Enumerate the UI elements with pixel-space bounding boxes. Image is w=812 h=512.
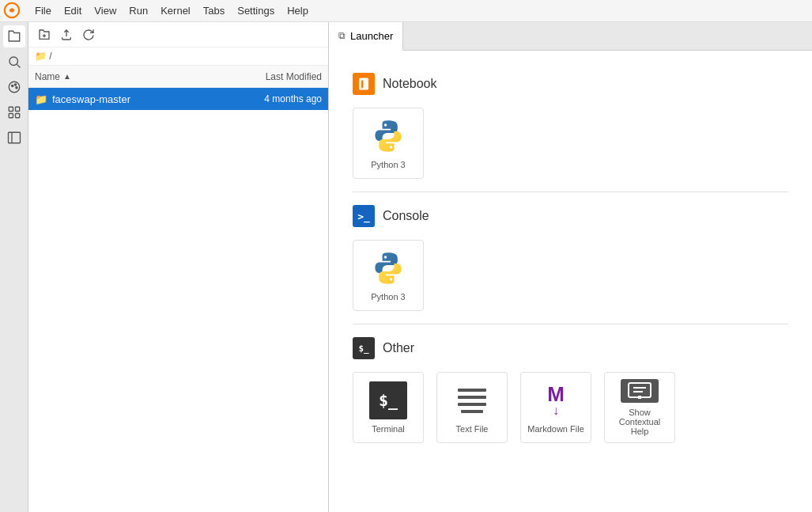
menu-edit[interactable]: Edit <box>58 3 88 18</box>
notebook-section-label: Notebook <box>383 77 437 91</box>
menu-tabs[interactable]: Tabs <box>197 3 231 18</box>
svg-point-3 <box>9 82 20 93</box>
svg-rect-8 <box>15 107 19 111</box>
new-folder-button[interactable] <box>35 25 54 44</box>
svg-point-6 <box>15 87 17 89</box>
app-logo <box>3 2 22 21</box>
launcher-tab-label: Launcher <box>350 30 393 42</box>
breadcrumb: 📁 / <box>28 47 328 66</box>
contextual-help-label: Show ContextualHelp <box>611 408 668 436</box>
terminal-card[interactable]: $_ Terminal <box>353 372 424 443</box>
file-panel: 📁 / Name ▲ Last Modified 📁 faceswap-mast… <box>28 22 329 512</box>
menu-kernel[interactable]: Kernel <box>154 3 197 18</box>
svg-point-15 <box>384 123 387 126</box>
notebook-badge <box>353 73 375 95</box>
folder-item-icon: 📁 <box>35 93 47 105</box>
notebook-python3-card[interactable]: Python 3 <box>353 108 424 179</box>
console-python3-card[interactable]: Python 3 <box>353 240 424 311</box>
breadcrumb-icon: 📁 <box>35 51 49 62</box>
menu-file[interactable]: File <box>28 3 58 18</box>
file-item-name: faceswap-master <box>52 93 219 105</box>
markdown-icon: M ↓ <box>537 381 575 419</box>
markdown-label: Markdown File <box>527 424 584 434</box>
terminal-icon: $_ <box>369 381 407 419</box>
files-activity-icon[interactable] <box>3 25 25 47</box>
main-container: 📁 / Name ▲ Last Modified 📁 faceswap-mast… <box>0 22 812 512</box>
menu-settings[interactable]: Settings <box>231 3 281 18</box>
sidebar-activity-icon[interactable] <box>3 127 25 149</box>
svg-rect-11 <box>8 132 20 143</box>
menu-help[interactable]: Help <box>281 3 315 18</box>
console-section-label: Console <box>383 209 429 223</box>
svg-rect-19 <box>629 383 651 397</box>
contextual-help-card[interactable]: Show ContextualHelp <box>604 372 675 443</box>
modified-column-header: Last Modified <box>219 71 322 82</box>
menubar: File Edit View Run Kernel Tabs Settings … <box>0 0 812 22</box>
svg-rect-10 <box>15 114 19 118</box>
svg-point-4 <box>11 85 13 86</box>
textfile-label: Text File <box>456 424 489 434</box>
launcher-content: Notebook <box>329 51 812 512</box>
console-cards: Python 3 <box>353 240 788 311</box>
svg-point-18 <box>390 278 392 280</box>
file-list: 📁 faceswap-master 4 months ago <box>28 88 328 512</box>
launcher-tab-icon: ⧉ <box>338 30 346 41</box>
file-item-faceswap[interactable]: 📁 faceswap-master 4 months ago <box>28 88 328 110</box>
notebook-python3-label: Python 3 <box>371 160 405 169</box>
textfile-icon <box>453 381 491 419</box>
extensions-activity-icon[interactable] <box>3 101 25 123</box>
svg-point-5 <box>14 84 16 85</box>
file-item-modified: 4 months ago <box>219 93 322 104</box>
upload-button[interactable] <box>57 25 76 44</box>
other-badge: $_ <box>353 337 375 359</box>
name-column-header[interactable]: Name ▲ <box>35 71 219 82</box>
svg-rect-22 <box>638 396 641 399</box>
palette-activity-icon[interactable] <box>3 76 25 98</box>
activity-bar <box>0 22 28 512</box>
other-cards: $_ Terminal Text File <box>353 372 788 443</box>
terminal-label: Terminal <box>372 424 405 434</box>
svg-point-1 <box>9 57 18 66</box>
console-badge: >_ <box>353 205 375 227</box>
other-section-label: Other <box>383 341 414 355</box>
textfile-card[interactable]: Text File <box>436 372 508 443</box>
svg-point-16 <box>390 146 392 148</box>
tab-bar: ⧉ Launcher <box>329 22 812 51</box>
search-activity-icon[interactable] <box>3 51 25 73</box>
launcher-tab[interactable]: ⧉ Launcher <box>329 22 403 51</box>
console-divider <box>353 324 788 324</box>
svg-rect-9 <box>9 114 13 118</box>
console-section-header: >_ Console <box>353 205 788 227</box>
sort-indicator: ▲ <box>63 72 71 81</box>
svg-line-2 <box>17 64 20 67</box>
launcher-area: ⧉ Launcher Notebook <box>329 22 812 512</box>
notebook-section-header: Notebook <box>353 73 788 95</box>
notebook-divider <box>353 192 788 192</box>
svg-point-17 <box>384 256 387 258</box>
contextual-icon <box>621 379 659 403</box>
console-python3-label: Python 3 <box>371 292 405 302</box>
markdown-card[interactable]: M ↓ Markdown File <box>520 372 591 443</box>
menu-view[interactable]: View <box>88 3 123 18</box>
svg-rect-7 <box>9 107 13 111</box>
breadcrumb-path: / <box>49 51 51 62</box>
menu-run[interactable]: Run <box>123 3 154 18</box>
other-section-header: $_ Other <box>353 337 788 359</box>
refresh-button[interactable] <box>79 25 98 44</box>
file-toolbar <box>28 22 328 47</box>
notebook-cards: Python 3 <box>353 108 788 179</box>
file-header: Name ▲ Last Modified <box>28 66 328 88</box>
